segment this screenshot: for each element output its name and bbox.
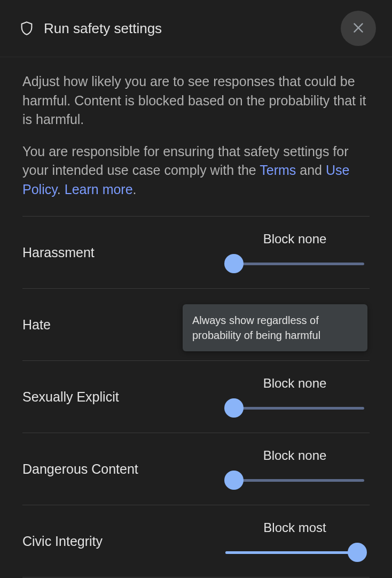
description-para-1: Adjust how likely you are to see respons…: [22, 72, 370, 129]
slider-value-label: Block most: [263, 520, 326, 535]
slider-group: Block none: [220, 232, 370, 273]
setting-label: Civic Integrity: [22, 534, 220, 549]
slider-track: [225, 407, 364, 410]
slider-track: [225, 263, 364, 265]
setting-label: Harassment: [22, 245, 220, 260]
description-period1: .: [57, 182, 65, 197]
slider-thumb[interactable]: [348, 543, 367, 562]
setting-row-harassment: Harassment Block none: [22, 217, 370, 289]
close-icon: [351, 21, 365, 36]
slider-group: Block none: [220, 376, 370, 418]
slider-group: Block most: [220, 520, 370, 562]
slider-track: [225, 551, 364, 554]
slider-track: [225, 479, 364, 482]
learn-more-link[interactable]: Learn more: [65, 182, 133, 197]
slider-thumb[interactable]: [224, 254, 244, 273]
description-and: and: [296, 163, 326, 178]
dangerous-content-slider[interactable]: [225, 471, 364, 490]
dialog-title: Run safety settings: [44, 20, 341, 37]
setting-label: Dangerous Content: [22, 461, 220, 477]
setting-row-civic-integrity: Civic Integrity Block most: [22, 505, 370, 577]
slider-tooltip: Always show regardless of probability of…: [183, 304, 367, 351]
slider-group: Block none: [220, 448, 370, 490]
harassment-slider[interactable]: [225, 254, 364, 273]
setting-row-sexually-explicit: Sexually Explicit Block none: [22, 361, 370, 433]
description: Adjust how likely you are to see respons…: [22, 72, 370, 199]
settings-list: Harassment Block none Hate Block none: [22, 216, 370, 577]
slider-value-label: Block none: [263, 448, 327, 463]
slider-fill: [225, 551, 357, 554]
slider-thumb[interactable]: [224, 398, 244, 418]
terms-link[interactable]: Terms: [260, 163, 296, 178]
shield-icon: [19, 21, 34, 36]
description-period2: .: [133, 182, 137, 197]
slider-value-label: Block none: [263, 376, 327, 391]
slider-thumb[interactable]: [224, 471, 244, 490]
slider-value-label: Block none: [263, 232, 327, 246]
setting-label: Sexually Explicit: [22, 389, 220, 405]
dialog-header: Run safety settings: [0, 0, 392, 57]
description-para-2: You are responsible for ensuring that sa…: [22, 142, 370, 199]
close-button[interactable]: [341, 11, 376, 46]
sexually-explicit-slider[interactable]: [225, 398, 364, 418]
setting-row-dangerous-content: Dangerous Content Block none: [22, 433, 370, 505]
civic-integrity-slider[interactable]: [225, 543, 364, 562]
